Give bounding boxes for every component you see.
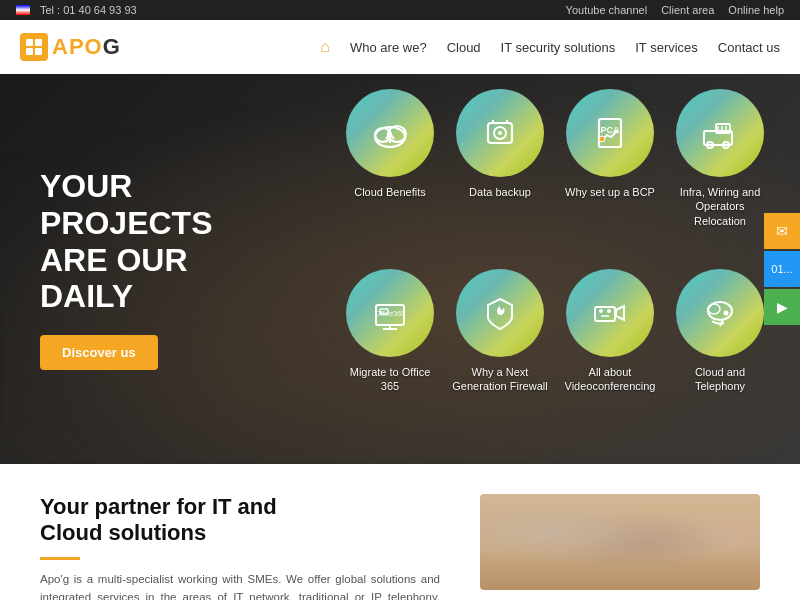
videoconf-icon (566, 269, 654, 357)
data-backup-label: Data backup (469, 185, 531, 199)
logo-svg-icon (25, 38, 43, 56)
infra-icon (676, 89, 764, 177)
client-area-link[interactable]: Client area (661, 4, 714, 16)
telephony-icon (676, 269, 764, 357)
below-paragraph-1: Apo'g is a multi-specialist working with… (40, 570, 440, 600)
svg-rect-0 (26, 39, 33, 46)
discover-button[interactable]: Discover us (40, 335, 158, 370)
side-buttons: ✉ 01... ▶ (764, 213, 800, 325)
svg-point-10 (498, 131, 502, 135)
top-bar: Tel : 01 40 64 93 93 Youtube channel Cli… (0, 0, 800, 20)
infra-label: Infra, Wiring and Operators Relocation (670, 185, 770, 228)
top-bar-links: Youtube channel Client area Online help (566, 4, 784, 16)
phone-number: Tel : 01 40 64 93 93 (40, 4, 137, 16)
svg-text:Office365: Office365 (375, 310, 405, 317)
circle-bcp[interactable]: PCA Why set up a BCP (560, 89, 660, 259)
svg-text:PCA: PCA (600, 125, 620, 135)
svg-point-15 (599, 136, 605, 142)
svg-rect-28 (595, 307, 615, 321)
circle-telephony[interactable]: Cloud and Telephony (670, 269, 770, 439)
data-backup-icon (456, 89, 544, 177)
circle-cloud-benefits[interactable]: Cloud Benefits (340, 89, 440, 259)
below-title: Your partner for IT and Cloud solutions (40, 494, 440, 547)
home-icon: ⌂ (320, 38, 330, 55)
flag-icon (16, 5, 30, 15)
nav-links: ⌂ Who are we? Cloud IT security solution… (320, 38, 780, 56)
hero-headline: YOUR PROJECTS ARE OUR DAILY (40, 168, 240, 315)
below-left-content: Your partner for IT and Cloud solutions … (40, 494, 440, 590)
svg-marker-29 (616, 306, 624, 320)
svg-rect-3 (35, 48, 42, 55)
online-help-link[interactable]: Online help (728, 4, 784, 16)
hero-text-block: YOUR PROJECTS ARE OUR DAILY Discover us (0, 138, 280, 400)
nav-security[interactable]: IT security solutions (501, 38, 616, 56)
svg-point-30 (599, 309, 603, 313)
office365-label: Migrate to Office 365 (340, 365, 440, 394)
logo-icon (20, 33, 48, 61)
top-bar-phone: Tel : 01 40 64 93 93 (16, 4, 137, 16)
people-image (480, 494, 760, 590)
circles-grid: Cloud Benefits Data backup PCA (340, 89, 770, 439)
telephony-label: Cloud and Telephony (670, 365, 770, 394)
video-side-button[interactable]: ▶ (764, 289, 800, 325)
circle-data-backup[interactable]: Data backup (450, 89, 550, 259)
hero-section: YOUR PROJECTS ARE OUR DAILY Discover us … (0, 74, 800, 464)
people-photo (480, 494, 760, 590)
cloud-benefits-label: Cloud Benefits (354, 185, 426, 199)
email-side-button[interactable]: ✉ (764, 213, 800, 249)
nav-who[interactable]: Who are we? (350, 38, 427, 56)
nav-services[interactable]: IT services (635, 38, 698, 56)
office365-icon: Office365 (346, 269, 434, 357)
accent-line (40, 557, 80, 560)
firewall-label: Why a Next Generation Firewall (450, 365, 550, 394)
logo-text: APOG (52, 34, 121, 60)
nav-home[interactable]: ⌂ (320, 38, 330, 56)
phone-side-button[interactable]: 01... (764, 251, 800, 287)
firewall-icon (456, 269, 544, 357)
nav-contact[interactable]: Contact us (718, 38, 780, 56)
svg-rect-2 (26, 48, 33, 55)
svg-point-31 (607, 309, 611, 313)
videoconf-label: All about Videoconferencing (560, 365, 660, 394)
below-hero-section: Your partner for IT and Cloud solutions … (0, 464, 800, 600)
svg-point-34 (708, 304, 720, 314)
navbar: APOG ⌂ Who are we? Cloud IT security sol… (0, 20, 800, 74)
svg-point-35 (724, 311, 729, 316)
circle-office365[interactable]: Office365 Migrate to Office 365 (340, 269, 440, 439)
circle-videoconf[interactable]: All about Videoconferencing (560, 269, 660, 439)
cloud-benefits-icon (346, 89, 434, 177)
bcp-label: Why set up a BCP (565, 185, 655, 199)
circle-infra[interactable]: Infra, Wiring and Operators Relocation (670, 89, 770, 259)
circle-firewall[interactable]: Why a Next Generation Firewall (450, 269, 550, 439)
svg-rect-1 (35, 39, 42, 46)
youtube-channel-link[interactable]: Youtube channel (566, 4, 648, 16)
logo[interactable]: APOG (20, 33, 121, 61)
nav-cloud[interactable]: Cloud (447, 38, 481, 56)
bcp-icon: PCA (566, 89, 654, 177)
